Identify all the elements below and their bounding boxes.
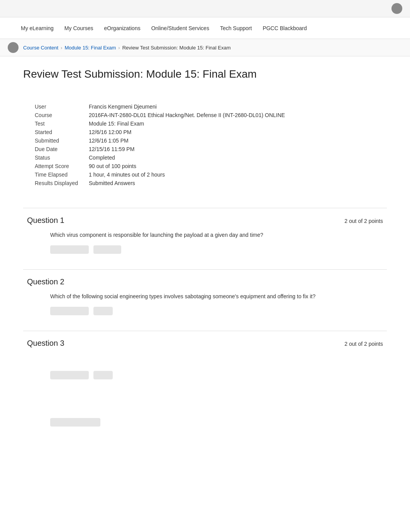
question-2-header: Question 2 bbox=[27, 277, 383, 286]
info-row-test: Test Module 15: Final Exam bbox=[35, 121, 375, 127]
value-due-date: 12/15/16 11:59 PM bbox=[89, 146, 134, 152]
question-2-section: Question 2 Which of the following social… bbox=[23, 277, 387, 315]
question-2-title: Question 2 bbox=[27, 277, 64, 286]
main-content: Review Test Submission: Module 15: Final… bbox=[0, 56, 410, 465]
question-3-body bbox=[27, 371, 383, 427]
breadcrumb-sep-1: › bbox=[61, 45, 62, 51]
label-submitted: Submitted bbox=[35, 138, 89, 144]
nav-bar: My eLearning My Courses eOrganizations O… bbox=[0, 17, 410, 39]
value-results-displayed: Submitted Answers bbox=[89, 180, 135, 186]
info-row-started: Started 12/6/16 12:00 PM bbox=[35, 129, 375, 135]
question-1-section: Question 1 2 out of 2 points Which virus… bbox=[23, 216, 387, 254]
nav-item-online-student-services[interactable]: Online/Student Services bbox=[146, 18, 215, 38]
question-3-section: Question 3 2 out of 2 points bbox=[23, 339, 387, 427]
answer-pill bbox=[50, 371, 89, 379]
value-course: 2016FA-INT-2680-DL01 Ethical Hackng/Net.… bbox=[89, 112, 285, 118]
label-user: User bbox=[35, 104, 89, 110]
question-1-points: 2 out of 2 points bbox=[344, 218, 383, 224]
info-row-status: Status Completed bbox=[35, 155, 375, 161]
question-1-text: Which virus component is responsible for… bbox=[50, 231, 360, 239]
question-3-title: Question 3 bbox=[27, 339, 64, 348]
info-row-course: Course 2016FA-INT-2680-DL01 Ethical Hack… bbox=[35, 112, 375, 118]
question-3-answer-options bbox=[50, 371, 360, 379]
breadcrumb-course-content[interactable]: Course Content bbox=[23, 45, 58, 51]
question-3-points: 2 out of 2 points bbox=[344, 341, 383, 347]
answer-pill bbox=[93, 307, 113, 315]
label-test: Test bbox=[35, 121, 89, 127]
question-1-title: Question 1 bbox=[27, 216, 64, 225]
question-2-body: Which of the following social engineerin… bbox=[27, 292, 383, 315]
answer-pill-extra bbox=[50, 418, 100, 427]
label-time-elapsed: Time Elapsed bbox=[35, 172, 89, 178]
info-row-results-displayed: Results Displayed Submitted Answers bbox=[35, 180, 375, 186]
nav-item-tech-support[interactable]: Tech Support bbox=[215, 18, 258, 38]
label-status: Status bbox=[35, 155, 89, 161]
nav-item-eorganizations[interactable]: eOrganizations bbox=[99, 18, 146, 38]
label-course: Course bbox=[35, 112, 89, 118]
question-1-answer-options bbox=[50, 245, 360, 254]
question-2-text: Which of the following social engineerin… bbox=[50, 292, 360, 301]
info-row-time-elapsed: Time Elapsed 1 hour, 4 minutes out of 2 … bbox=[35, 172, 375, 178]
question-3-extra-options bbox=[50, 418, 360, 427]
breadcrumb-avatar-icon bbox=[8, 42, 19, 53]
label-due-date: Due Date bbox=[35, 146, 89, 152]
value-attempt-score: 90 out of 100 points bbox=[89, 163, 136, 169]
nav-item-my-elearning[interactable]: My eLearning bbox=[15, 18, 59, 38]
user-avatar-icon bbox=[391, 3, 402, 14]
question-1-header: Question 1 2 out of 2 points bbox=[27, 216, 383, 225]
submission-info-table: User Francis Kengmeni Djeumeni Course 20… bbox=[23, 96, 387, 196]
nav-item-my-courses[interactable]: My Courses bbox=[59, 18, 99, 38]
info-row-due-date: Due Date 12/15/16 11:59 PM bbox=[35, 146, 375, 152]
divider-1 bbox=[23, 208, 387, 208]
info-row-user: User Francis Kengmeni Djeumeni bbox=[35, 104, 375, 110]
breadcrumb-sep-2: › bbox=[118, 45, 120, 51]
breadcrumb: Course Content › Module 15: Final Exam ›… bbox=[23, 45, 231, 51]
top-bar bbox=[0, 0, 410, 17]
answer-pill bbox=[93, 245, 121, 254]
question-2-answer-options bbox=[50, 307, 360, 315]
answer-pill bbox=[93, 371, 113, 379]
value-time-elapsed: 1 hour, 4 minutes out of 2 hours bbox=[89, 172, 165, 178]
question-1-body: Which virus component is responsible for… bbox=[27, 231, 383, 254]
value-started: 12/6/16 12:00 PM bbox=[89, 129, 132, 135]
breadcrumb-module-15[interactable]: Module 15: Final Exam bbox=[64, 45, 116, 51]
nav-item-pgcc-blackboard[interactable]: PGCC Blackboard bbox=[257, 18, 312, 38]
value-test: Module 15: Final Exam bbox=[89, 121, 144, 127]
divider-2 bbox=[23, 269, 387, 270]
question-3-header: Question 3 2 out of 2 points bbox=[27, 339, 383, 348]
info-row-submitted: Submitted 12/6/16 1:05 PM bbox=[35, 138, 375, 144]
breadcrumb-current: Review Test Submission: Module 15: Final… bbox=[122, 45, 231, 51]
value-submitted: 12/6/16 1:05 PM bbox=[89, 138, 129, 144]
label-attempt-score: Attempt Score bbox=[35, 163, 89, 169]
label-started: Started bbox=[35, 129, 89, 135]
answer-pill bbox=[50, 245, 89, 254]
value-user: Francis Kengmeni Djeumeni bbox=[89, 104, 157, 110]
answer-pill bbox=[50, 307, 89, 315]
value-status: Completed bbox=[89, 155, 115, 161]
breadcrumb-bar: Course Content › Module 15: Final Exam ›… bbox=[0, 39, 410, 56]
label-results-displayed: Results Displayed bbox=[35, 180, 89, 186]
info-row-attempt-score: Attempt Score 90 out of 100 points bbox=[35, 163, 375, 169]
page-title: Review Test Submission: Module 15: Final… bbox=[23, 68, 387, 84]
divider-3 bbox=[23, 331, 387, 331]
